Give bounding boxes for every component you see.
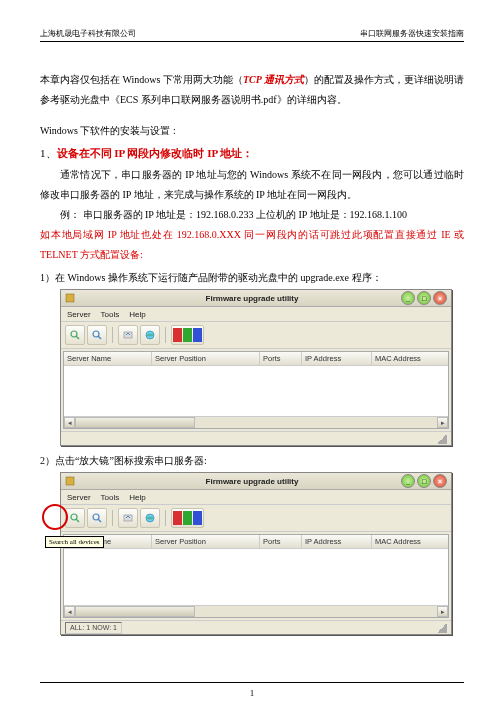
app-icon-2: [65, 476, 75, 486]
web-button[interactable]: [140, 325, 160, 345]
scroll-thumb[interactable]: [75, 417, 195, 428]
search-button[interactable]: [65, 325, 85, 345]
menu-tools-2[interactable]: Tools: [101, 493, 120, 502]
status-count: ALL: 1 NOW: 1: [65, 622, 122, 634]
step-1-label: 1）在 Windows 操作系统下运行随产品附带的驱动光盘中的 upgrade.…: [40, 271, 464, 285]
scroll-right-icon-2[interactable]: ▸: [437, 606, 448, 617]
resize-grip-icon-2[interactable]: [437, 623, 447, 633]
h-scrollbar[interactable]: ◂ ▸: [64, 416, 448, 428]
window-title: Firmware upgrade utility: [206, 294, 299, 303]
svg-line-11: [98, 519, 101, 522]
example-ip2: 192.168.1.100: [350, 209, 408, 220]
example-mid: 上位机的 IP 地址是：: [254, 209, 350, 220]
col-ip[interactable]: IP Address: [302, 352, 372, 365]
svg-line-4: [98, 336, 101, 339]
col-server-position[interactable]: Server Position: [152, 352, 260, 365]
col-server-name[interactable]: Server Name: [64, 352, 152, 365]
scroll-thumb-2[interactable]: [75, 606, 195, 617]
scroll-right-icon[interactable]: ▸: [437, 417, 448, 428]
footer-rule: [40, 682, 464, 683]
col-mac-2[interactable]: MAC Address: [372, 535, 448, 548]
header-right: 串口联网服务器快速安装指南: [360, 28, 464, 39]
section-1-example: 例： 串口服务器的 IP 地址是：192.168.0.233 上位机的 IP 地…: [40, 205, 464, 225]
col-ports[interactable]: Ports: [260, 352, 302, 365]
example-pre: 例： 串口服务器的 IP 地址是：: [60, 209, 196, 220]
section-1-num: 1、: [40, 147, 57, 159]
menu-help-2[interactable]: Help: [129, 493, 145, 502]
scroll-left-icon[interactable]: ◂: [64, 417, 75, 428]
section-1-title: 设备在不同 IP 网段内修改临时 IP 地址：: [57, 147, 254, 159]
close-button-2[interactable]: ×: [433, 474, 447, 488]
menu-help[interactable]: Help: [129, 310, 145, 319]
titlebar-2: Firmware upgrade utility _ □ ×: [61, 473, 451, 490]
search-ip-button[interactable]: [87, 325, 107, 345]
toolbar-2: [61, 505, 451, 532]
section-1-p1: 通常情况下，串口服务器的 IP 地址与您的 Windows 系统不在同一网段内，…: [40, 165, 464, 205]
maximize-button[interactable]: □: [417, 291, 431, 305]
toolbar: [61, 322, 451, 349]
header-rule: [40, 41, 464, 42]
firmware-window-2: Firmware upgrade utility _ □ × Server To…: [60, 472, 452, 635]
statusbar: [61, 431, 451, 445]
menu-server-2[interactable]: Server: [67, 493, 91, 502]
col-ports-2[interactable]: Ports: [260, 535, 302, 548]
firmware-window-1: Firmware upgrade utility _ □ × Server To…: [60, 289, 452, 446]
col-mac[interactable]: MAC Address: [372, 352, 448, 365]
intro-paragraph: 本章内容仅包括在 Windows 下常用两大功能（TCP 通讯方式）的配置及操作…: [40, 70, 464, 110]
col-ip-2[interactable]: IP Address: [302, 535, 372, 548]
setup-title: Windows 下软件的安装与设置 :: [40, 124, 464, 138]
header-left: 上海机晟电子科技有限公司: [40, 28, 136, 39]
server-table: Server Name Server Position Ports IP Add…: [63, 351, 449, 429]
col-server-position-2[interactable]: Server Position: [152, 535, 260, 548]
statusbar-2: ALL: 1 NOW: 1: [61, 620, 451, 634]
search-ip-button-2[interactable]: [87, 508, 107, 528]
table-body-2: [64, 549, 448, 605]
minimize-button[interactable]: _: [401, 291, 415, 305]
web-button-2[interactable]: [140, 508, 160, 528]
h-scrollbar-2[interactable]: ◂ ▸: [64, 605, 448, 617]
search-button-2[interactable]: [65, 508, 85, 528]
toolbar-sep-1b: [112, 510, 113, 526]
window-title-2: Firmware upgrade utility: [206, 477, 299, 486]
upload-button[interactable]: [118, 325, 138, 345]
upload-button-2[interactable]: [118, 508, 138, 528]
step-2-label: 2）点击“放大镜”图标搜索串口服务器:: [40, 454, 464, 468]
palette-button[interactable]: [171, 325, 204, 345]
search-tooltip: Search all devices: [45, 536, 104, 548]
titlebar: Firmware upgrade utility _ □ ×: [61, 290, 451, 307]
section-1-warning: 如本地局域网 IP 地址也处在 192.168.0.XXX 同一网段内的话可跳过…: [40, 225, 464, 265]
svg-rect-0: [66, 294, 74, 302]
palette-button-2[interactable]: [171, 508, 204, 528]
tcp-emphasis: TCP 通讯方式: [243, 74, 304, 85]
server-table-2: Server Name Server Position Ports IP Add…: [63, 534, 449, 618]
svg-point-3: [93, 331, 99, 337]
svg-line-9: [76, 519, 79, 522]
scroll-left-icon-2[interactable]: ◂: [64, 606, 75, 617]
svg-point-1: [71, 331, 77, 337]
svg-point-8: [71, 514, 77, 520]
app-icon: [65, 293, 75, 303]
maximize-button-2[interactable]: □: [417, 474, 431, 488]
toolbar-sep-2b: [165, 510, 166, 526]
example-ip1: 192.168.0.233: [196, 209, 254, 220]
toolbar-sep-2: [165, 327, 166, 343]
highlight-circle: [42, 504, 68, 530]
intro-pre: 本章内容仅包括在 Windows 下常用两大功能（: [40, 74, 243, 85]
toolbar-sep-1: [112, 327, 113, 343]
page-number: 1: [0, 688, 504, 698]
close-button[interactable]: ×: [433, 291, 447, 305]
menubar-2: Server Tools Help: [61, 490, 451, 505]
svg-point-10: [93, 514, 99, 520]
menubar: Server Tools Help: [61, 307, 451, 322]
minimize-button-2[interactable]: _: [401, 474, 415, 488]
table-body: [64, 366, 448, 416]
menu-tools[interactable]: Tools: [101, 310, 120, 319]
resize-grip-icon[interactable]: [437, 434, 447, 444]
section-1-heading: 1、设备在不同 IP 网段内修改临时 IP 地址：: [40, 146, 464, 161]
svg-rect-7: [66, 477, 74, 485]
menu-server[interactable]: Server: [67, 310, 91, 319]
svg-line-2: [76, 336, 79, 339]
